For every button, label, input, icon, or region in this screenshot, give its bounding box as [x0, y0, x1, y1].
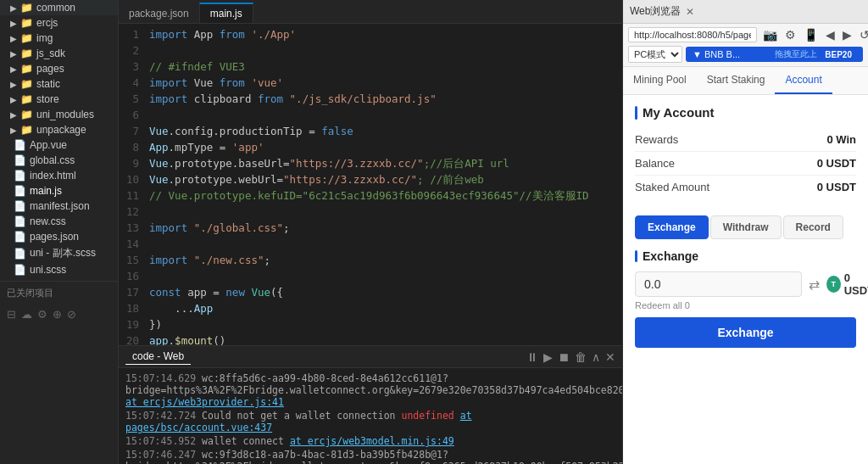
- line-number: 20: [119, 333, 146, 345]
- browser-nav-tab-account[interactable]: Account: [775, 67, 832, 94]
- account-row-value: 0 USDT: [817, 181, 856, 193]
- action-tab-exchange[interactable]: Exchange: [635, 215, 709, 239]
- token-icon: T: [826, 276, 841, 293]
- code-line: 18 ...App: [119, 301, 622, 317]
- browser-title: Web浏览器: [630, 4, 681, 19]
- url-input[interactable]: [628, 27, 757, 42]
- sidebar-item-pages[interactable]: ▶📁pages: [0, 61, 118, 76]
- exchange-section-title: Exchange: [635, 249, 856, 263]
- sidebar-item-manifest.json[interactable]: 📄manifest.json: [0, 198, 118, 214]
- file-type-icon: 📄: [14, 154, 26, 166]
- line-content: [146, 269, 622, 285]
- settings-icon[interactable]: ⚙: [782, 27, 798, 42]
- sidebar-item-store[interactable]: ▶📁store: [0, 92, 118, 107]
- code-line: 19}): [119, 317, 622, 333]
- arrow-icon: ▶: [10, 95, 17, 104]
- line-content: import clipboard from "./js_sdk/clipboar…: [146, 92, 622, 108]
- log-line: 15:07:14.629 wc:8ffa5d6c-aa99-4b80-8ced-…: [125, 372, 615, 409]
- sidebar-item-new.css[interactable]: 📄new.css: [0, 214, 118, 229]
- sidebar-item-app.vue[interactable]: 📄App.vue: [0, 137, 118, 153]
- tab-code-web[interactable]: code - Web: [125, 349, 191, 365]
- close-panel-icon[interactable]: ✕: [605, 350, 615, 364]
- code-line: 11// Vue.prototype.kefuID="6c21c5ac19d96…: [119, 188, 622, 204]
- line-content: app.$mount(): [146, 333, 622, 345]
- browser-titlebar: Web浏览器 ✕: [623, 0, 868, 24]
- sidebar-item-pages.json[interactable]: 📄pages.json: [0, 229, 118, 244]
- sidebar-item-img[interactable]: ▶📁img: [0, 31, 118, 46]
- back-icon[interactable]: ◀: [823, 27, 837, 42]
- sidebar-item-index.html[interactable]: 📄index.html: [0, 168, 118, 183]
- refresh-icon[interactable]: ↺: [857, 27, 868, 42]
- sidebar-item-global.css[interactable]: 📄global.css: [0, 153, 118, 168]
- sidebar-icon-5[interactable]: ⊘: [67, 308, 76, 321]
- mode-select[interactable]: PC模式: [628, 46, 682, 63]
- sidebar-item-ercjs[interactable]: ▶📁ercjs: [0, 15, 118, 31]
- line-content: Vue.config.productionTip = false: [146, 124, 622, 140]
- line-number: 16: [119, 269, 146, 285]
- sidebar-icon-2[interactable]: ☁: [21, 308, 32, 321]
- code-line: 6: [119, 108, 622, 124]
- code-line: 2: [119, 43, 622, 59]
- line-number: 6: [119, 108, 146, 124]
- line-content: // #ifndef VUE3: [146, 59, 622, 75]
- line-number: 3: [119, 59, 146, 75]
- line-number: 15: [119, 253, 146, 269]
- code-line: 15import "./new.css";: [119, 253, 622, 269]
- collapse-icon[interactable]: ∧: [592, 350, 600, 364]
- sidebar-item-common[interactable]: ▶📁common: [0, 0, 118, 15]
- log-text: wallet connect: [202, 435, 284, 447]
- stop-icon[interactable]: ⏹: [558, 350, 570, 364]
- log-text: wc:9f3d8c18-aa7b-4bac-81d3-ba39b5fb428b@…: [125, 449, 622, 464]
- sidebar-icon-3[interactable]: ⚙: [37, 308, 47, 321]
- code-line: 13import "./global.css";: [119, 221, 622, 237]
- line-number: 5: [119, 92, 146, 108]
- line-content: Vue.prototype.webUrl="https://3.zzxxb.cc…: [146, 172, 622, 188]
- arrow-icon: ▶: [10, 49, 17, 59]
- exchange-row: ⇄ T 0 USDT: [635, 271, 856, 297]
- sidebar-item-uni_-_副本.scss[interactable]: 📄uni - 副本.scss: [0, 244, 118, 262]
- arrow-icon: ▶: [10, 19, 17, 28]
- browser-close-icon[interactable]: ✕: [686, 6, 694, 18]
- sidebar-item-main.js[interactable]: 📄main.js: [0, 183, 118, 198]
- browser-nav-tab-mining-pool[interactable]: Mining Pool: [623, 67, 697, 94]
- tab-main-js[interactable]: main.js: [199, 3, 253, 23]
- tab-package-json[interactable]: package.json: [119, 3, 199, 23]
- screenshot-icon[interactable]: 📷: [760, 27, 780, 42]
- forward-icon[interactable]: ▶: [840, 27, 854, 42]
- browser-nav-tab-start-staking[interactable]: Start Staking: [697, 67, 776, 94]
- sidebar-item-static[interactable]: ▶📁static: [0, 76, 118, 92]
- sidebar-item-unpackage[interactable]: ▶📁unpackage: [0, 122, 118, 137]
- browser-panel: Web浏览器 ✕ 📷 ⚙ 📱 ◀ ▶ ↺ 🔒 ☆ PC模式: [622, 0, 868, 464]
- exchange-button[interactable]: Exchange: [635, 317, 856, 348]
- log-link[interactable]: at ercjs/web3model.min.js:49: [290, 435, 454, 447]
- bottom-tabs-bar: code - Web ⏸ ▶ ⏹ 🗑 ∧ ✕: [119, 346, 622, 368]
- sidebar: ▶📁common▶📁ercjs▶📁img▶📁js_sdk▶📁pages▶📁sta…: [0, 0, 119, 464]
- log-link[interactable]: at ercjs/web3provider.js:41: [125, 396, 284, 408]
- arrow-icon: ▶: [10, 34, 17, 43]
- action-tab-withdraw[interactable]: Withdraw: [710, 215, 782, 239]
- action-tab-record[interactable]: Record: [783, 215, 843, 239]
- pause-icon[interactable]: ⏸: [526, 350, 538, 364]
- line-content: }): [146, 317, 622, 333]
- editor-tabs: package.json main.js: [119, 0, 622, 24]
- line-number: 9: [119, 156, 146, 172]
- sidebar-item-uni_modules[interactable]: ▶📁uni_modules: [0, 107, 118, 122]
- exchange-arrow-icon: ⇄: [809, 277, 820, 293]
- clear-icon[interactable]: 🗑: [575, 350, 587, 364]
- sidebar-icon-1[interactable]: ⊟: [7, 308, 16, 321]
- sidebar-item-uni.scss[interactable]: 📄uni.scss: [0, 262, 118, 277]
- play-icon[interactable]: ▶: [543, 350, 553, 364]
- exchange-input[interactable]: [635, 271, 802, 297]
- bottom-log-content: 15:07:14.629 wc:8ffa5d6c-aa99-4b80-8ced-…: [119, 368, 622, 464]
- sidebar-item-js_sdk[interactable]: ▶📁js_sdk: [0, 46, 118, 61]
- line-number: 14: [119, 237, 146, 253]
- line-content: [146, 204, 622, 221]
- device-icon[interactable]: 📱: [801, 27, 821, 42]
- exchange-section: Exchange ⇄ T 0 USDT Redeem all 0 Exchang…: [623, 243, 868, 355]
- sidebar-icon-4[interactable]: ⊕: [53, 308, 62, 321]
- line-number: 13: [119, 221, 146, 237]
- browser-nav-tabs: Mining PoolStart StakingAccount: [623, 67, 868, 95]
- line-content: // Vue.prototype.kefuID="6c21c5ac19d963f…: [146, 188, 622, 204]
- line-content: import "./global.css";: [146, 221, 622, 237]
- account-row: Staked Amount0 USDT: [635, 176, 856, 198]
